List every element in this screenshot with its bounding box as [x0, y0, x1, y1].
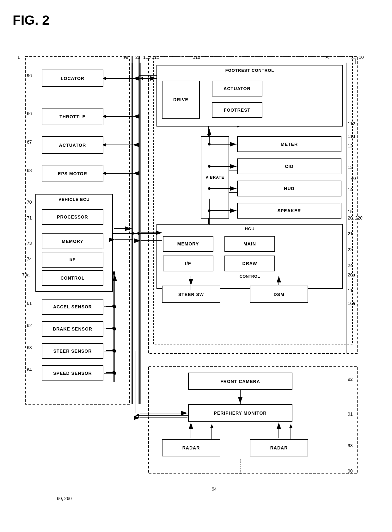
svg-point-78: [113, 305, 116, 308]
svg-marker-9: [139, 77, 143, 80]
radar-right-box: RADAR: [250, 439, 308, 456]
ref-110: 110: [193, 55, 200, 60]
svg-point-24: [112, 349, 115, 352]
throttle-box: THROTTLE: [42, 108, 103, 125]
memory-right-box: MEMORY: [163, 236, 213, 252]
ref-22: 22: [348, 247, 353, 252]
ref-A: A: [326, 55, 328, 60]
processor-box: PROCESSOR: [42, 209, 103, 225]
ref-96: 96: [27, 73, 32, 78]
control-right-label: CONTROL: [156, 274, 343, 279]
ref-24: 24: [348, 263, 353, 268]
ref-62: 62: [27, 323, 32, 328]
eps-motor-box: EPS MOTOR: [42, 165, 103, 182]
ref-74: 74: [27, 257, 32, 262]
ref-13: 13: [348, 165, 353, 170]
footrest-box: FOOTREST: [212, 102, 262, 118]
radar-left-box: RADAR: [162, 439, 220, 456]
ref-1: 1: [17, 55, 20, 60]
ref-20: 20, 220: [348, 215, 363, 220]
meter-box: METER: [237, 136, 341, 152]
svg-point-26: [112, 371, 115, 374]
accel-sensor-box: ACCEL SENSOR: [42, 299, 103, 315]
actuator-left-box: ACTUATOR: [42, 136, 103, 154]
actuator-right-box: ACTUATOR: [212, 81, 262, 96]
if-right-box: I/F: [163, 256, 213, 271]
ref-71: 71: [27, 215, 32, 220]
ref-66: 66: [27, 111, 32, 116]
cid-box: CID: [237, 158, 341, 174]
memory-left-box: MEMORY: [42, 233, 103, 249]
main-box: MAIN: [224, 236, 275, 252]
ref-40: 40: [351, 176, 356, 181]
ref-91: 91: [348, 411, 353, 417]
hud-box: HUD: [237, 181, 341, 196]
ref-14: 14: [348, 187, 353, 192]
ref-112: 112: [348, 121, 355, 126]
svg-point-22: [112, 327, 115, 330]
ref-113: 113: [348, 134, 355, 139]
drive-box: DRIVE: [162, 81, 200, 119]
dsm-box: DSM: [250, 286, 308, 303]
if-left-box: I/F: [42, 252, 103, 268]
steer-sensor-box: STEER SENSOR: [42, 343, 103, 359]
ref-115: 115: [143, 55, 150, 60]
svg-marker-18: [132, 232, 136, 235]
ref-70a: 70a: [22, 272, 29, 277]
ref-63: 63: [27, 345, 32, 350]
ref-94: 94: [212, 486, 217, 492]
ref-68: 68: [27, 168, 32, 173]
ref-67: 67: [27, 139, 32, 145]
ref-60: 60, 260: [57, 496, 72, 501]
svg-point-20: [112, 305, 115, 308]
speed-sensor-box: SPEED SENSOR: [42, 365, 103, 381]
ref-93: 93: [348, 443, 353, 448]
figure-title: FIG. 2: [13, 13, 379, 28]
draw-box: DRAW: [224, 256, 275, 271]
ref-92: 92: [348, 377, 353, 382]
ref-15: 15: [348, 209, 353, 214]
svg-marker-63: [289, 424, 292, 428]
front-camera-box: FRONT CAMERA: [188, 373, 292, 390]
ref-23: 23: [135, 55, 140, 60]
svg-point-80: [113, 350, 116, 353]
ref-11: 11: [348, 288, 353, 293]
brake-sensor-box: BRAKE SENSOR: [42, 321, 103, 337]
speaker-box: SPEAKER: [237, 203, 341, 219]
ref-10: 10: [359, 55, 364, 60]
ref-73: 73: [27, 241, 32, 246]
diagram: 1 10 99 23 115 111 110 A 96 66 67 68 70 …: [16, 47, 376, 515]
ref-70: 70: [27, 200, 32, 205]
ref-20a: 20a: [348, 272, 355, 277]
ref-111: 111: [152, 55, 159, 60]
ref-21: 21: [348, 231, 353, 236]
svg-marker-31: [135, 232, 139, 235]
steer-sw-box: STEER SW: [162, 286, 220, 303]
svg-marker-61: [210, 424, 213, 428]
control-left-box: CONTROL: [42, 270, 103, 286]
svg-point-81: [113, 372, 116, 375]
ref-61: 61: [27, 301, 32, 306]
ref-90: 90: [348, 468, 353, 473]
ref-99: 99: [123, 55, 128, 60]
vibrate-box: VIBRATE: [201, 136, 229, 219]
ref-64: 64: [27, 367, 32, 372]
periphery-monitor-box: PERIPHERY MONITOR: [188, 404, 292, 422]
svg-marker-58: [135, 414, 139, 417]
svg-point-79: [113, 327, 116, 331]
ref-12: 12: [348, 143, 353, 148]
ref-16a: 16a: [348, 301, 355, 306]
locator-box: LOCATOR: [42, 70, 103, 87]
